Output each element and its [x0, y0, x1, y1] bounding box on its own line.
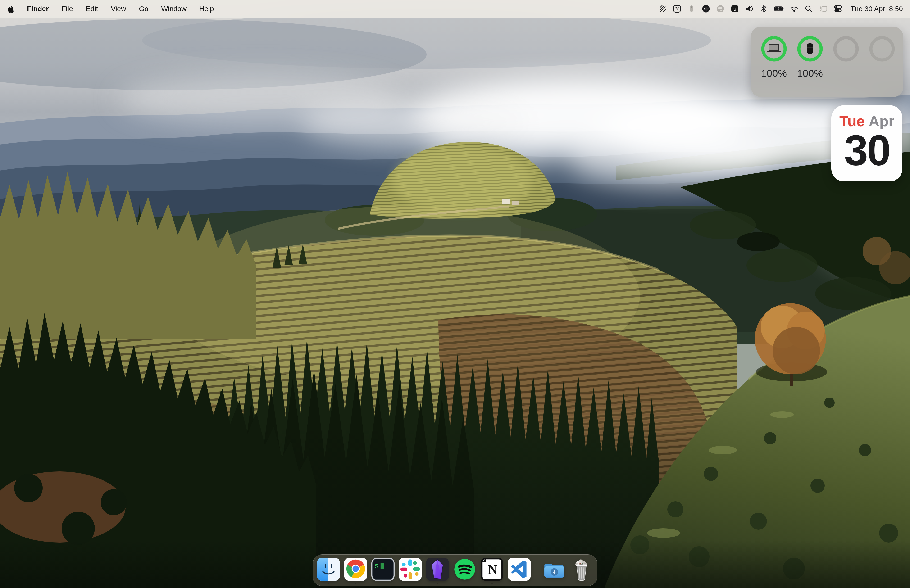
- window-layout-icon[interactable]: [819, 0, 828, 18]
- running-indicator: [355, 583, 356, 585]
- notion-icon[interactable]: N: [673, 0, 681, 18]
- calendar-widget[interactable]: Tue Apr 30: [831, 105, 902, 181]
- calendar-day: 30: [844, 131, 890, 170]
- shottr-icon[interactable]: S: [731, 0, 739, 18]
- dock-finder-icon[interactable]: [316, 557, 341, 582]
- battery-percent-laptop: 100%: [761, 68, 787, 79]
- battery-charging-icon[interactable]: [774, 0, 784, 18]
- running-indicator: [519, 583, 520, 585]
- laptop-icon: [767, 44, 781, 52]
- apple-menu[interactable]: [6, 5, 14, 13]
- dock-spotify-icon[interactable]: [453, 557, 477, 582]
- svg-text:$: $: [375, 563, 379, 570]
- dock-vscode-icon[interactable]: [507, 557, 531, 582]
- svg-text:N: N: [488, 562, 498, 577]
- audio-waveform-icon[interactable]: [702, 0, 710, 18]
- dock-notion-icon[interactable]: N: [480, 557, 504, 582]
- dock-divider: [537, 558, 537, 581]
- bluetooth-icon[interactable]: [760, 0, 768, 18]
- menu-help[interactable]: Help: [199, 5, 214, 13]
- svg-text:S: S: [734, 6, 737, 11]
- mouse-icon: [807, 43, 813, 54]
- menu-bar-clock[interactable]: Tue 30 Apr 8:50: [850, 5, 903, 13]
- mouse-battery-icon[interactable]: [687, 0, 696, 18]
- dock: $: [313, 554, 597, 586]
- wifi-icon[interactable]: [790, 0, 798, 18]
- menu-file[interactable]: File: [61, 5, 73, 13]
- sketch-app-icon[interactable]: [658, 0, 667, 18]
- svg-text:N: N: [676, 6, 679, 11]
- battery-ring-mouse: 100%: [797, 36, 823, 79]
- dock-slack-icon[interactable]: [398, 557, 422, 582]
- dock-trash-icon[interactable]: [569, 557, 594, 582]
- menu-app-name[interactable]: Finder: [27, 5, 49, 13]
- running-indicator: [491, 583, 493, 585]
- battery-ring-empty-2: [869, 36, 895, 79]
- menu-edit[interactable]: Edit: [86, 5, 98, 13]
- battery-percent-mouse: 100%: [797, 68, 823, 79]
- apple-icon: [6, 5, 14, 13]
- spotlight-icon[interactable]: [804, 0, 813, 18]
- dock-terminal-icon[interactable]: $: [371, 557, 395, 582]
- control-center-icon[interactable]: [834, 0, 842, 18]
- dock-chrome-icon[interactable]: [344, 557, 368, 582]
- menu-bar: Finder File Edit View Go Window Help N: [0, 0, 910, 18]
- battery-ring-empty-1: [833, 36, 859, 79]
- battery-ring-laptop: 100%: [761, 36, 787, 79]
- menu-view[interactable]: View: [111, 5, 126, 13]
- dock-downloads-icon[interactable]: [542, 557, 566, 582]
- battery-widget[interactable]: 100% 100%: [751, 26, 904, 97]
- menu-go[interactable]: Go: [139, 5, 148, 13]
- desktop: Finder File Edit View Go Window Help N: [0, 0, 910, 588]
- volume-icon[interactable]: [745, 0, 753, 18]
- running-indicator: [328, 583, 329, 585]
- dock-obsidian-icon[interactable]: [425, 557, 449, 582]
- running-indicator: [437, 583, 438, 585]
- menu-window[interactable]: Window: [161, 5, 186, 13]
- globe-icon[interactable]: [716, 0, 725, 18]
